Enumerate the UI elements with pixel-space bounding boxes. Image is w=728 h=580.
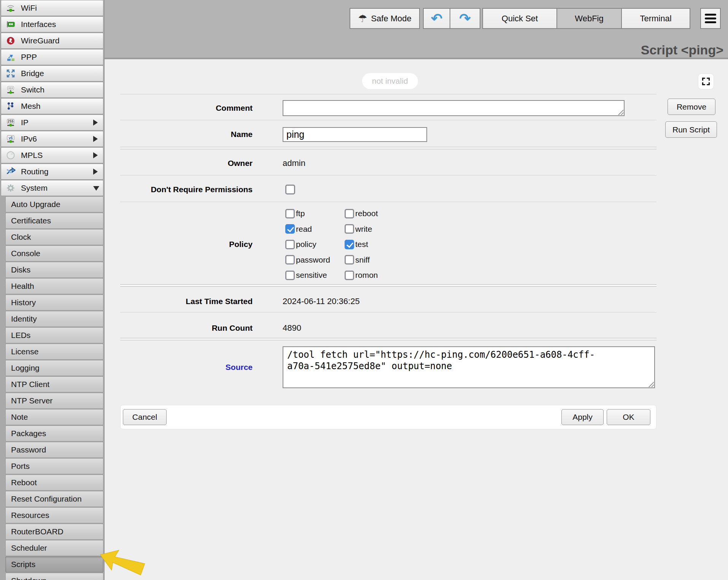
- sidebar-subitem-logging[interactable]: Logging: [5, 360, 103, 376]
- subitem-label: Ports: [11, 462, 30, 471]
- subitem-label: Logging: [11, 363, 40, 373]
- sidebar-item-ppp[interactable]: PPP: [1, 49, 103, 65]
- policy-option-test: test: [345, 237, 428, 252]
- sidebar-subitem-resources[interactable]: Resources: [5, 507, 103, 523]
- terminal-label: Terminal: [640, 14, 671, 24]
- dont-require-permissions-checkbox[interactable]: [285, 185, 295, 194]
- row-divider: [120, 120, 656, 120]
- comment-input[interactable]: [283, 100, 625, 116]
- subitem-label: Auto Upgrade: [11, 200, 60, 209]
- sidebar-item-system[interactable]: System: [1, 180, 103, 196]
- expand-down-icon: [93, 186, 99, 191]
- expand-right-icon: [93, 136, 98, 142]
- subitem-label: History: [11, 298, 36, 307]
- sidebar-subitem-routerboard[interactable]: RouterBOARD: [5, 524, 103, 540]
- menu-button[interactable]: [700, 8, 721, 29]
- sidebar-subitem-ntp-server[interactable]: NTP Server: [5, 393, 103, 409]
- fullscreen-icon: [701, 77, 711, 86]
- source-input[interactable]: /tool fetch url="https://hc-ping.com/620…: [283, 346, 655, 388]
- sidebar-subitem-password[interactable]: Password: [5, 442, 103, 458]
- ipv6-icon: v6: [5, 133, 16, 145]
- run-count-value: 4890: [283, 323, 301, 333]
- policy-option-policy: policy: [285, 237, 345, 252]
- expand-right-icon: [93, 169, 98, 175]
- sidebar-item-routing[interactable]: Routing: [1, 164, 103, 180]
- sidebar-subitem-note[interactable]: Note: [5, 409, 103, 425]
- sidebar-subitem-certificates[interactable]: Certificates: [5, 213, 103, 229]
- sidebar-subitem-shutdown[interactable]: Shutdown: [5, 573, 103, 580]
- write-checkbox[interactable]: [345, 224, 354, 234]
- tab-terminal[interactable]: Terminal: [621, 8, 690, 29]
- sidebar-item-interfaces[interactable]: Interfaces: [1, 16, 103, 32]
- sidebar-subitem-disks[interactable]: Disks: [5, 262, 103, 278]
- sidebar-subitem-reboot[interactable]: Reboot: [5, 475, 103, 491]
- read-checkbox[interactable]: [285, 224, 295, 234]
- sidebar-subitem-scheduler[interactable]: Scheduler: [5, 540, 103, 556]
- sidebar-subitem-leds[interactable]: LEDs: [5, 327, 103, 343]
- policy-options: ftp reboot read write policy test: [285, 206, 428, 283]
- subitem-label: Note: [11, 413, 28, 422]
- sidebar-item-switch[interactable]: Switch: [1, 82, 103, 98]
- sidebar-item-label: Interfaces: [21, 20, 56, 29]
- sidebar-item-wireguard[interactable]: WireGuard: [1, 33, 103, 49]
- subitem-label: Console: [11, 249, 40, 258]
- run-script-button[interactable]: Run Script: [665, 121, 717, 138]
- sidebar-subitem-identity[interactable]: Identity: [5, 311, 103, 327]
- sidebar-item-mpls[interactable]: MPLS: [1, 147, 103, 163]
- page-title: Script <ping>: [641, 43, 723, 57]
- safe-mode-button[interactable]: ☂ Safe Mode: [350, 8, 420, 29]
- apply-button[interactable]: Apply: [561, 409, 604, 425]
- password-checkbox[interactable]: [285, 255, 295, 265]
- sidebar-item-wifi[interactable]: WiFi: [1, 0, 103, 16]
- sidebar-subitem-clock[interactable]: Clock: [5, 229, 103, 245]
- switch-icon: [5, 84, 16, 96]
- checkbox-label: password: [296, 255, 330, 265]
- tab-webfig[interactable]: WebFig: [556, 8, 622, 29]
- redo-button[interactable]: ↷: [450, 8, 480, 29]
- policy-option-reboot: reboot: [345, 206, 428, 221]
- test-checkbox[interactable]: [345, 240, 354, 249]
- row-divider: [120, 175, 656, 175]
- sidebar-item-label: WireGuard: [21, 36, 60, 45]
- sidebar-item-label: System: [21, 183, 48, 193]
- source-label: Source: [105, 362, 253, 373]
- sidebar-item-label: MPLS: [21, 151, 43, 160]
- subitem-label: NTP Client: [11, 380, 49, 389]
- tab-quick-set[interactable]: Quick Set: [482, 8, 557, 29]
- sidebar-subitem-packages[interactable]: Packages: [5, 425, 103, 441]
- sidebar-item-ipv6[interactable]: v6 IPv6: [1, 131, 103, 147]
- undo-button[interactable]: ↶: [423, 8, 450, 29]
- subitem-label: Identity: [11, 314, 37, 323]
- sidebar-subitem-ports[interactable]: Ports: [5, 458, 103, 474]
- sidebar-subitem-ntp-client[interactable]: NTP Client: [5, 376, 103, 392]
- section-divider: [120, 338, 656, 340]
- ok-button[interactable]: OK: [607, 409, 650, 425]
- sidebar-subitem-health[interactable]: Health: [5, 278, 103, 294]
- policy-checkbox[interactable]: [285, 240, 295, 249]
- sniff-checkbox[interactable]: [345, 255, 354, 265]
- subitem-label: RouterBOARD: [11, 527, 64, 536]
- sidebar-subitem-scripts[interactable]: Scripts: [5, 556, 103, 572]
- sidebar-item-mesh[interactable]: Mesh: [1, 98, 103, 114]
- sidebar-subitem-license[interactable]: License: [5, 344, 103, 360]
- checkbox-label: romon: [355, 271, 378, 280]
- checkbox-label: sniff: [355, 255, 370, 265]
- sensitive-checkbox[interactable]: [285, 271, 295, 280]
- name-input[interactable]: [283, 127, 427, 142]
- romon-checkbox[interactable]: [345, 271, 354, 280]
- ftp-checkbox[interactable]: [285, 209, 295, 218]
- reboot-checkbox[interactable]: [345, 209, 354, 218]
- sidebar-subitem-reset-configuration[interactable]: Reset Configuration: [5, 491, 103, 507]
- sidebar-item-ip[interactable]: 255 IP: [1, 115, 103, 131]
- sidebar-subitem-console[interactable]: Console: [5, 245, 103, 261]
- sidebar-item-bridge[interactable]: Bridge: [1, 65, 103, 81]
- sidebar-subitem-history[interactable]: History: [5, 295, 103, 311]
- quick-set-label: Quick Set: [502, 14, 538, 24]
- subitem-label: Clock: [11, 233, 31, 242]
- fullscreen-button[interactable]: [698, 74, 714, 89]
- policy-option-sensitive: sensitive: [285, 268, 345, 283]
- sidebar-subitem-auto-upgrade[interactable]: Auto Upgrade: [5, 196, 103, 212]
- cancel-button[interactable]: Cancel: [123, 409, 167, 425]
- sidebar-item-label: Routing: [21, 167, 48, 176]
- remove-button[interactable]: Remove: [668, 99, 715, 115]
